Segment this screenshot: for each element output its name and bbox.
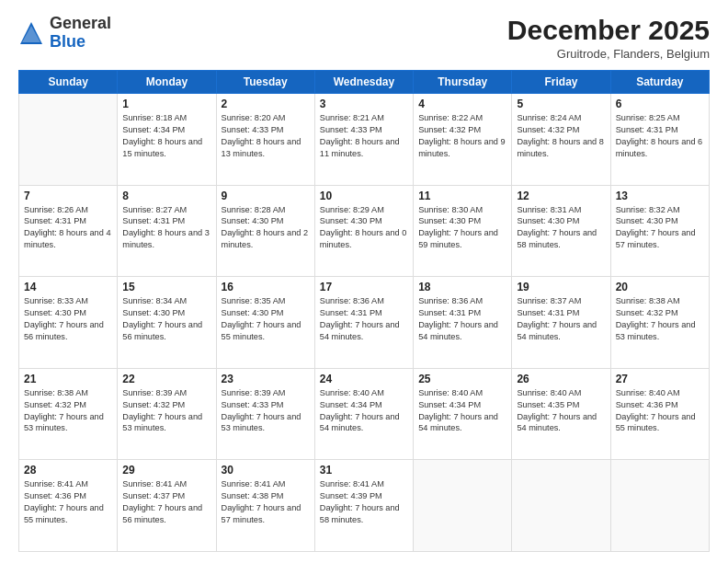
day-info: Sunrise: 8:25 AM Sunset: 4:31 PM Dayligh… bbox=[616, 112, 704, 160]
day-number: 9 bbox=[222, 190, 310, 202]
day-info: Sunrise: 8:18 AM Sunset: 4:34 PM Dayligh… bbox=[122, 112, 210, 160]
day-number: 18 bbox=[418, 281, 506, 293]
day-number: 31 bbox=[320, 464, 408, 477]
day-info: Sunrise: 8:39 AM Sunset: 4:33 PM Dayligh… bbox=[222, 387, 310, 435]
table-row: 14Sunrise: 8:33 AM Sunset: 4:30 PM Dayli… bbox=[19, 277, 118, 369]
logo-icon bbox=[18, 20, 44, 46]
table-row: 10Sunrise: 8:29 AM Sunset: 4:30 PM Dayli… bbox=[314, 185, 413, 277]
table-row bbox=[610, 460, 709, 552]
day-info: Sunrise: 8:30 AM Sunset: 4:30 PM Dayligh… bbox=[418, 204, 506, 252]
table-row: 5Sunrise: 8:24 AM Sunset: 4:32 PM Daylig… bbox=[512, 94, 610, 186]
table-row: 21Sunrise: 8:38 AM Sunset: 4:32 PM Dayli… bbox=[19, 368, 118, 460]
day-number: 15 bbox=[122, 281, 210, 293]
day-number: 20 bbox=[616, 281, 704, 293]
day-number: 14 bbox=[24, 281, 112, 293]
day-info: Sunrise: 8:38 AM Sunset: 4:32 PM Dayligh… bbox=[616, 295, 704, 343]
day-number: 21 bbox=[24, 373, 112, 385]
day-info: Sunrise: 8:41 AM Sunset: 4:37 PM Dayligh… bbox=[122, 478, 210, 526]
day-info: Sunrise: 8:24 AM Sunset: 4:32 PM Dayligh… bbox=[517, 112, 605, 160]
day-info: Sunrise: 8:21 AM Sunset: 4:33 PM Dayligh… bbox=[320, 112, 408, 160]
day-info: Sunrise: 8:31 AM Sunset: 4:30 PM Dayligh… bbox=[517, 204, 605, 252]
table-row: 24Sunrise: 8:40 AM Sunset: 4:34 PM Dayli… bbox=[314, 368, 413, 460]
day-number: 16 bbox=[222, 281, 310, 293]
calendar-week-row: 21Sunrise: 8:38 AM Sunset: 4:32 PM Dayli… bbox=[19, 368, 710, 460]
day-number: 11 bbox=[418, 190, 506, 202]
day-info: Sunrise: 8:37 AM Sunset: 4:31 PM Dayligh… bbox=[517, 295, 605, 343]
day-number: 17 bbox=[320, 281, 408, 293]
day-number: 25 bbox=[418, 373, 506, 385]
day-info: Sunrise: 8:29 AM Sunset: 4:30 PM Dayligh… bbox=[320, 204, 408, 252]
day-number: 27 bbox=[616, 373, 704, 385]
day-info: Sunrise: 8:38 AM Sunset: 4:32 PM Dayligh… bbox=[24, 387, 112, 435]
logo: General Blue bbox=[18, 15, 111, 52]
day-number: 2 bbox=[222, 98, 310, 110]
day-number: 19 bbox=[517, 281, 605, 293]
col-sunday: Sunday bbox=[19, 71, 118, 94]
day-number: 5 bbox=[517, 98, 605, 110]
day-info: Sunrise: 8:41 AM Sunset: 4:38 PM Dayligh… bbox=[222, 478, 310, 526]
col-saturday: Saturday bbox=[610, 71, 709, 94]
day-info: Sunrise: 8:27 AM Sunset: 4:31 PM Dayligh… bbox=[122, 204, 210, 252]
table-row: 13Sunrise: 8:32 AM Sunset: 4:30 PM Dayli… bbox=[610, 185, 709, 277]
location: Gruitrode, Flanders, Belgium bbox=[507, 47, 710, 61]
logo-general: General bbox=[50, 14, 111, 32]
svg-marker-1 bbox=[22, 26, 40, 42]
day-info: Sunrise: 8:32 AM Sunset: 4:30 PM Dayligh… bbox=[616, 204, 704, 252]
table-row: 16Sunrise: 8:35 AM Sunset: 4:30 PM Dayli… bbox=[216, 277, 314, 369]
day-info: Sunrise: 8:28 AM Sunset: 4:30 PM Dayligh… bbox=[222, 204, 310, 252]
day-number: 30 bbox=[222, 464, 310, 477]
calendar-week-row: 1Sunrise: 8:18 AM Sunset: 4:34 PM Daylig… bbox=[19, 94, 710, 186]
table-row: 28Sunrise: 8:41 AM Sunset: 4:36 PM Dayli… bbox=[19, 460, 118, 552]
table-row bbox=[414, 460, 512, 552]
table-row: 30Sunrise: 8:41 AM Sunset: 4:38 PM Dayli… bbox=[216, 460, 314, 552]
day-number: 6 bbox=[616, 98, 704, 110]
day-info: Sunrise: 8:39 AM Sunset: 4:32 PM Dayligh… bbox=[122, 387, 210, 435]
day-info: Sunrise: 8:40 AM Sunset: 4:35 PM Dayligh… bbox=[517, 387, 605, 435]
table-row: 26Sunrise: 8:40 AM Sunset: 4:35 PM Dayli… bbox=[512, 368, 610, 460]
col-thursday: Thursday bbox=[414, 71, 512, 94]
page-header: General Blue December 2025 Gruitrode, Fl… bbox=[18, 15, 710, 61]
day-number: 29 bbox=[122, 464, 210, 477]
table-row: 4Sunrise: 8:22 AM Sunset: 4:32 PM Daylig… bbox=[414, 94, 512, 186]
col-monday: Monday bbox=[118, 71, 216, 94]
day-info: Sunrise: 8:41 AM Sunset: 4:39 PM Dayligh… bbox=[320, 478, 408, 526]
table-row: 23Sunrise: 8:39 AM Sunset: 4:33 PM Dayli… bbox=[216, 368, 314, 460]
table-row: 22Sunrise: 8:39 AM Sunset: 4:32 PM Dayli… bbox=[118, 368, 216, 460]
month-title: December 2025 bbox=[507, 15, 710, 45]
title-block: December 2025 Gruitrode, Flanders, Belgi… bbox=[507, 15, 710, 61]
day-info: Sunrise: 8:34 AM Sunset: 4:30 PM Dayligh… bbox=[122, 295, 210, 343]
col-friday: Friday bbox=[512, 71, 610, 94]
table-row: 2Sunrise: 8:20 AM Sunset: 4:33 PM Daylig… bbox=[216, 94, 314, 186]
day-number: 3 bbox=[320, 98, 408, 110]
day-number: 28 bbox=[24, 464, 112, 477]
day-info: Sunrise: 8:35 AM Sunset: 4:30 PM Dayligh… bbox=[222, 295, 310, 343]
day-number: 1 bbox=[122, 98, 210, 110]
day-info: Sunrise: 8:41 AM Sunset: 4:36 PM Dayligh… bbox=[24, 478, 112, 526]
table-row: 1Sunrise: 8:18 AM Sunset: 4:34 PM Daylig… bbox=[118, 94, 216, 186]
table-row: 25Sunrise: 8:40 AM Sunset: 4:34 PM Dayli… bbox=[414, 368, 512, 460]
calendar-header-row: Sunday Monday Tuesday Wednesday Thursday… bbox=[19, 71, 710, 94]
day-info: Sunrise: 8:40 AM Sunset: 4:34 PM Dayligh… bbox=[320, 387, 408, 435]
table-row: 20Sunrise: 8:38 AM Sunset: 4:32 PM Dayli… bbox=[610, 277, 709, 369]
day-number: 4 bbox=[418, 98, 506, 110]
day-info: Sunrise: 8:40 AM Sunset: 4:34 PM Dayligh… bbox=[418, 387, 506, 435]
day-number: 22 bbox=[122, 373, 210, 385]
table-row: 6Sunrise: 8:25 AM Sunset: 4:31 PM Daylig… bbox=[610, 94, 709, 186]
table-row bbox=[19, 94, 118, 186]
table-row: 11Sunrise: 8:30 AM Sunset: 4:30 PM Dayli… bbox=[414, 185, 512, 277]
table-row: 8Sunrise: 8:27 AM Sunset: 4:31 PM Daylig… bbox=[118, 185, 216, 277]
day-info: Sunrise: 8:36 AM Sunset: 4:31 PM Dayligh… bbox=[418, 295, 506, 343]
table-row bbox=[512, 460, 610, 552]
logo-blue: Blue bbox=[50, 32, 85, 51]
day-number: 12 bbox=[517, 190, 605, 202]
table-row: 7Sunrise: 8:26 AM Sunset: 4:31 PM Daylig… bbox=[19, 185, 118, 277]
table-row: 17Sunrise: 8:36 AM Sunset: 4:31 PM Dayli… bbox=[314, 277, 413, 369]
table-row: 12Sunrise: 8:31 AM Sunset: 4:30 PM Dayli… bbox=[512, 185, 610, 277]
calendar-table: Sunday Monday Tuesday Wednesday Thursday… bbox=[18, 70, 710, 552]
col-tuesday: Tuesday bbox=[216, 71, 314, 94]
calendar-week-row: 28Sunrise: 8:41 AM Sunset: 4:36 PM Dayli… bbox=[19, 460, 710, 552]
table-row: 19Sunrise: 8:37 AM Sunset: 4:31 PM Dayli… bbox=[512, 277, 610, 369]
day-info: Sunrise: 8:22 AM Sunset: 4:32 PM Dayligh… bbox=[418, 112, 506, 160]
col-wednesday: Wednesday bbox=[314, 71, 413, 94]
table-row: 31Sunrise: 8:41 AM Sunset: 4:39 PM Dayli… bbox=[314, 460, 413, 552]
